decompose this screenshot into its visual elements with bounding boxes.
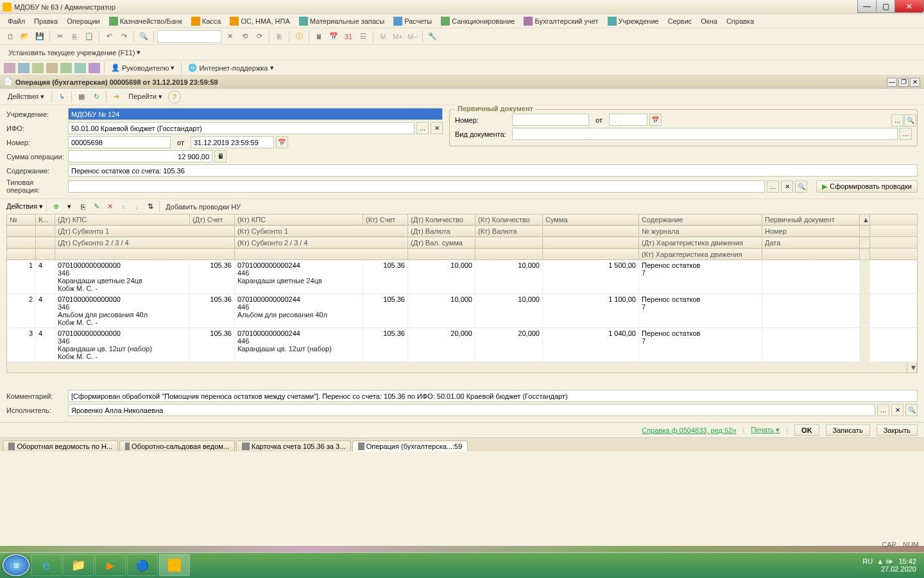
undo-icon[interactable]: ↶ <box>103 30 116 43</box>
sum-calc-btn[interactable]: 🖩 <box>214 150 227 162</box>
cut-icon[interactable]: ✂ <box>53 30 66 43</box>
col-dt-schet[interactable]: (Дт) Счет <box>190 215 235 225</box>
tab-card[interactable]: Карточка счета 105.36 за 3... <box>236 441 351 451</box>
t3-icon6[interactable] <box>74 63 86 73</box>
tab-balance[interactable]: Оборотно-сальдовая ведом... <box>119 441 235 451</box>
footer-help-link[interactable]: Справка ф.0504833, ред.52н <box>642 426 736 434</box>
tray-lang[interactable]: RU <box>862 557 873 565</box>
doc-close[interactable]: ✕ <box>910 78 920 87</box>
col-sum[interactable]: Сумма <box>543 215 639 225</box>
menu-help[interactable]: Справка <box>723 16 758 26</box>
table-row[interactable]: 2 4 0701000000000000346Альбом для рисова… <box>7 294 917 328</box>
menu-kassa[interactable]: Касса <box>187 15 225 27</box>
t3-icon1[interactable] <box>4 63 15 73</box>
search-icon[interactable]: 🔍 <box>137 30 150 43</box>
new-icon[interactable]: 🗋 <box>4 30 17 43</box>
doc-actions-btn[interactable]: Действия ▾ <box>4 91 48 102</box>
taskbar-explorer[interactable]: 📁 <box>63 554 94 576</box>
t3-icon3[interactable] <box>32 63 44 73</box>
col-doc[interactable]: Первичный документ <box>762 215 860 225</box>
close-button[interactable]: ✕ <box>894 0 924 13</box>
redo-icon[interactable]: ↷ <box>117 30 130 43</box>
save-button[interactable]: Записать <box>826 425 870 436</box>
add-nu-link[interactable]: Добавить проводки НУ <box>163 202 243 212</box>
paste-icon[interactable]: 📋 <box>83 30 96 43</box>
ifo-clear-btn[interactable]: ✕ <box>431 122 443 134</box>
menu-org[interactable]: Учреждение <box>604 15 663 27</box>
menu-treasury[interactable]: Казначейство/Банк <box>105 15 186 27</box>
pd-num-input[interactable] <box>512 114 589 126</box>
doc-refresh-icon[interactable]: ↻ <box>90 91 103 103</box>
nav-fwd-icon[interactable]: ⟳ <box>253 30 266 43</box>
menu-operations[interactable]: Операции <box>63 16 103 26</box>
menu-sanc[interactable]: Санкционирование <box>437 15 518 27</box>
print-link[interactable]: Печать ▾ <box>751 426 780 434</box>
tree-icon[interactable]: ☷ <box>357 30 370 43</box>
add-row-icon[interactable]: ⊕ <box>50 201 62 213</box>
sort-icon[interactable]: ⇅ <box>144 201 156 213</box>
move-down-icon[interactable]: ↓ <box>131 201 142 213</box>
type-input[interactable] <box>68 180 765 193</box>
t3-icon7[interactable] <box>89 63 100 73</box>
type-clear-btn[interactable]: ✕ <box>781 180 793 193</box>
m-icon[interactable]: M <box>377 30 389 43</box>
scroll-down-icon[interactable]: ▼ <box>907 362 917 372</box>
doc-minimize[interactable]: — <box>887 78 897 87</box>
col-kt-qty[interactable]: (Кт) Количество <box>475 215 543 225</box>
nav-back-icon[interactable]: ⟲ <box>238 30 251 43</box>
copy2-icon[interactable]: ⎘ <box>273 30 286 43</box>
edit-row-icon[interactable]: ✎ <box>90 201 102 213</box>
move-up-icon[interactable]: ↑ <box>117 201 129 213</box>
set-current-org[interactable]: Установить текущее учреждение (F11) ▾ <box>4 47 143 58</box>
date-input[interactable] <box>191 136 274 148</box>
table-row[interactable]: 1 4 0701000000000000346Карандаши цветные… <box>7 260 917 294</box>
exec-input[interactable] <box>68 404 875 416</box>
close-doc-button[interactable]: Закрыть <box>877 425 918 436</box>
tab-turnover[interactable]: Оборотная ведомость по Н... <box>3 441 118 451</box>
col-dt-qty[interactable]: (Дт) Количество <box>408 215 475 225</box>
t3-icon5[interactable] <box>60 63 72 73</box>
open-icon[interactable]: 📂 <box>19 30 31 43</box>
type-sel-btn[interactable]: … <box>767 180 779 193</box>
mminus-icon[interactable]: M− <box>406 30 419 43</box>
type-lookup-btn[interactable]: 🔍 <box>795 180 807 193</box>
doc-table-icon[interactable]: ▦ <box>75 91 88 103</box>
copy-icon[interactable]: ⎘ <box>68 30 81 43</box>
t3-icon2[interactable] <box>18 63 30 73</box>
ok-button[interactable]: OK <box>794 425 819 436</box>
menu-materials[interactable]: Материальные запасы <box>295 15 389 27</box>
comment-input[interactable] <box>68 390 918 402</box>
tab-operation[interactable]: Операция (бухгалтерска...:59 <box>352 441 468 451</box>
sum-input[interactable] <box>68 150 212 162</box>
minimize-button[interactable]: — <box>857 0 877 13</box>
menu-service[interactable]: Сервис <box>664 16 696 26</box>
pd-type-btn[interactable]: … <box>900 128 912 140</box>
date-cal-btn[interactable]: 📅 <box>276 136 288 148</box>
col-n[interactable]: № <box>7 215 36 225</box>
calendar-icon[interactable]: 📅 <box>327 30 340 43</box>
generate-entries-btn[interactable]: ▶Сформировать проводки <box>816 180 918 193</box>
menu-file[interactable]: Файл <box>4 16 29 26</box>
clear-icon[interactable]: ✕ <box>223 30 236 43</box>
add-down-icon[interactable]: ▾ <box>64 201 75 213</box>
t3-icon4[interactable] <box>46 63 58 73</box>
taskbar-media[interactable]: ▶ <box>95 554 126 576</box>
save-icon[interactable]: 💾 <box>33 30 46 43</box>
pd-type-input[interactable] <box>512 128 898 140</box>
ifo-input[interactable] <box>68 122 415 134</box>
doc-help-icon[interactable]: ? <box>168 91 181 103</box>
doc-nav-icon[interactable]: ↳ <box>55 91 68 103</box>
col-kt-kps[interactable]: (Кт) КПС <box>235 215 363 225</box>
num-input[interactable] <box>68 136 171 148</box>
menu-buch[interactable]: Бухгалтерский учет <box>520 15 602 27</box>
exec-lookup-btn[interactable]: 🔍 <box>905 404 918 416</box>
exec-clear-btn[interactable]: ✕ <box>891 404 903 416</box>
taskbar-1c[interactable] <box>159 554 190 576</box>
system-tray[interactable]: RU ▲ 🕪 15:42 27.02.2020 <box>862 557 921 573</box>
pd-date-input[interactable] <box>609 114 647 126</box>
menu-os[interactable]: ОС, НМА, НПА <box>226 15 293 27</box>
org-input[interactable] <box>68 108 443 120</box>
col-dt-kps[interactable]: (Дт) КПС <box>55 215 190 225</box>
doc-restore[interactable]: ❐ <box>898 78 909 87</box>
info-icon[interactable]: ⓘ <box>293 30 305 43</box>
